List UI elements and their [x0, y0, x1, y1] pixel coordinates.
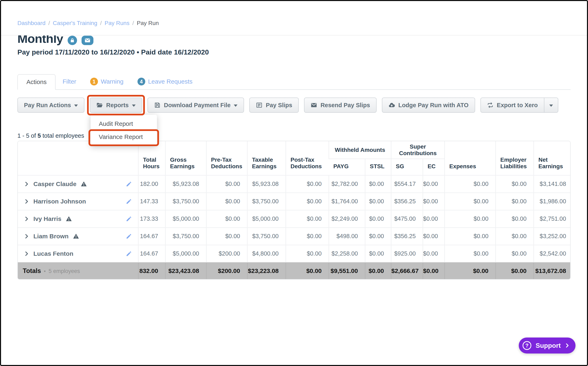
tab-actions[interactable]: Actions — [17, 74, 55, 90]
value-cell: $554.17 — [391, 175, 423, 193]
value-cell: $498.00 — [329, 228, 365, 245]
expand-chevron-icon[interactable] — [24, 251, 29, 256]
totals-employee-count: 5 employees — [49, 268, 80, 274]
pay-slips-button[interactable]: Pay Slips — [249, 98, 299, 113]
expand-chevron-icon[interactable] — [24, 216, 29, 221]
value-cell: $200.00 — [206, 245, 247, 262]
export-to-xero-button[interactable]: Export to Xero — [480, 98, 544, 113]
caret-down-icon — [234, 105, 237, 107]
tab-label: Leave Requests — [148, 78, 193, 85]
support-label: Support — [535, 342, 561, 349]
breadcrumb-separator: / — [100, 20, 102, 26]
edit-pencil-icon[interactable] — [126, 233, 132, 239]
value-cell: $5,000.00 — [165, 245, 206, 262]
value-cell: 173.33 — [138, 210, 165, 228]
total-value-cell: $13,672.08 — [534, 262, 571, 279]
employee-name: Harrison Johnson — [33, 198, 86, 205]
value-cell: $1,986.00 — [534, 193, 571, 210]
export-more-options-button[interactable] — [544, 98, 558, 113]
table-row: Liam Brown164.67$3,750.00$0.00$3,750.00$… — [18, 228, 571, 245]
button-label: Download Payment File — [164, 102, 231, 109]
group-header-super-contributions: Super Contributions — [391, 141, 445, 159]
repeat-icon — [487, 102, 494, 108]
edit-pencil-icon[interactable] — [126, 216, 132, 222]
tab-label: Warning — [101, 78, 124, 85]
total-value-cell: $0.00 — [496, 262, 534, 279]
value-cell: $0.00 — [206, 210, 247, 228]
value-cell: $3,750.00 — [165, 228, 206, 245]
support-button[interactable]: ? Support — [519, 337, 575, 353]
title-block: Monthly Pay period 17/11/2020 to 16/12/2… — [1, 35, 587, 56]
caret-down-icon — [74, 105, 78, 107]
warning-count-badge: 1 — [90, 78, 98, 85]
tab-filter[interactable]: Filter — [55, 74, 83, 89]
value-cell: $0.00 — [423, 210, 445, 228]
pay-run-actions-button[interactable]: Pay Run Actions — [17, 98, 84, 113]
button-label: Pay Run Actions — [24, 102, 71, 109]
tab-warning[interactable]: 1 Warning — [83, 74, 130, 89]
value-cell: $2,751.00 — [534, 210, 571, 228]
employee-name: Casper Claude — [33, 181, 76, 188]
question-circle-icon: ? — [522, 341, 532, 351]
value-cell: $3,252.00 — [534, 228, 571, 245]
value-cell: $925.00 — [391, 245, 423, 262]
total-value-cell: $200.00 — [206, 262, 247, 279]
total-value-cell: $0.00 — [445, 262, 496, 279]
value-cell: $0.00 — [286, 245, 329, 262]
value-cell: $2,258.00 — [329, 245, 365, 262]
button-label: Lodge Pay Run with ATO — [398, 102, 468, 109]
employee-name-cell[interactable]: Liam Brown — [18, 228, 138, 245]
employee-name-cell[interactable]: Lucas Fenton — [18, 245, 138, 262]
menu-item-label: Variance Report — [99, 133, 143, 140]
value-cell: $0.00 — [445, 193, 496, 210]
value-cell: 147.33 — [138, 193, 165, 210]
column-header-total-hours: Total Hours — [138, 141, 165, 175]
lodge-pay-run-ato-button[interactable]: Lodge Pay Run with ATO — [382, 98, 475, 113]
employee-name-cell[interactable]: Ivy Harris — [18, 210, 138, 228]
value-cell: 164.67 — [138, 228, 165, 245]
summary-suffix: total employees — [41, 132, 84, 139]
expand-chevron-icon[interactable] — [24, 181, 29, 187]
expand-chevron-icon[interactable] — [24, 234, 29, 239]
value-cell: $0.00 — [423, 228, 445, 245]
button-label: Reports — [106, 102, 129, 109]
caret-down-icon — [132, 105, 136, 107]
total-value-cell: 832.00 — [138, 262, 165, 279]
total-value-cell: $23,423.08 — [165, 262, 206, 279]
button-label: Resend Pay Slips — [320, 102, 370, 109]
warning-icon — [81, 181, 87, 187]
employee-name-cell[interactable]: Casper Claude — [18, 175, 138, 193]
total-value-cell: $0.00 — [423, 262, 445, 279]
value-cell: $0.00 — [365, 175, 391, 193]
menu-item-variance-report[interactable]: Variance Report — [90, 130, 157, 144]
breadcrumb-separator: / — [132, 20, 134, 26]
breadcrumb-pay-runs[interactable]: Pay Runs — [105, 20, 129, 26]
download-payment-file-button[interactable]: Download Payment File — [148, 98, 244, 113]
expand-chevron-icon[interactable] — [24, 199, 29, 204]
value-cell: $0.00 — [445, 175, 496, 193]
actions-toolbar: Pay Run Actions Reports Audit Report Var… — [17, 98, 571, 113]
table-row: Casper Claude182.00$5,923.08$0.00$5,923.… — [18, 175, 571, 193]
edit-pencil-icon[interactable] — [126, 198, 132, 205]
value-cell: 164.67 — [138, 245, 165, 262]
value-cell: $356.25 — [391, 193, 423, 210]
menu-item-audit-report[interactable]: Audit Report — [90, 117, 157, 130]
leave-count-badge: 4 — [137, 78, 145, 85]
reports-button[interactable]: Reports — [90, 98, 142, 113]
resend-pay-slips-button[interactable]: Resend Pay Slips — [304, 98, 377, 113]
tab-leave-requests[interactable]: 4 Leave Requests — [130, 74, 200, 89]
edit-pencil-icon[interactable] — [126, 251, 132, 257]
employee-name-cell[interactable]: Harrison Johnson — [18, 193, 138, 210]
breadcrumb-separator: / — [48, 20, 50, 26]
column-header-net-earnings: Net Earnings — [534, 141, 571, 175]
value-cell: $0.00 — [206, 175, 247, 193]
breadcrumb-business[interactable]: Casper's Training — [53, 20, 97, 26]
breadcrumb-dashboard[interactable]: Dashboard — [17, 20, 45, 26]
value-cell: $5,000.00 — [247, 210, 286, 228]
breadcrumb: Dashboard / Casper's Training / Pay Runs… — [17, 1, 571, 26]
column-header-expenses: Expenses — [445, 141, 496, 175]
employee-name: Liam Brown — [33, 233, 69, 240]
edit-pencil-icon[interactable] — [126, 181, 132, 187]
value-cell: $0.00 — [365, 210, 391, 228]
column-header-employer-liabilities: Employer Liabilities — [496, 141, 534, 175]
